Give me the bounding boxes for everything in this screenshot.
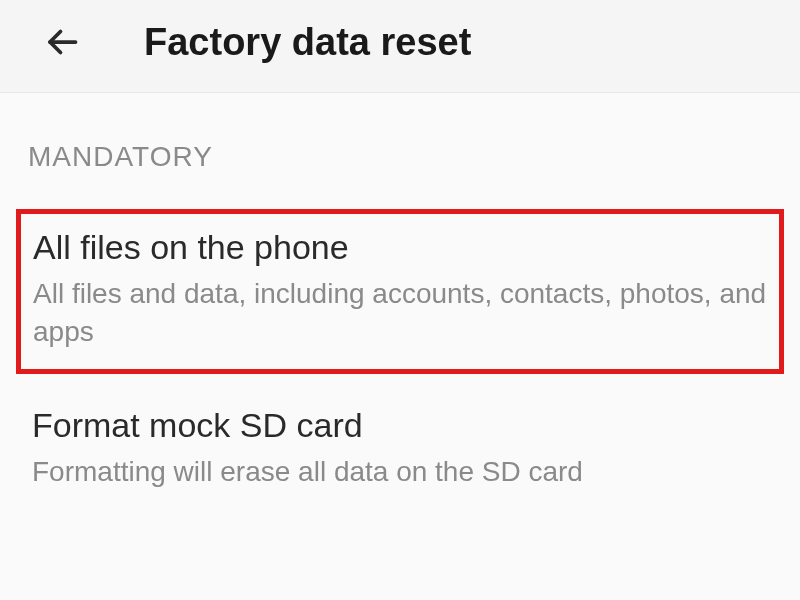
- option-format-sd[interactable]: Format mock SD card Formatting will eras…: [28, 392, 772, 509]
- option-title: Format mock SD card: [32, 406, 768, 445]
- option-all-files[interactable]: All files on the phone All files and dat…: [16, 209, 784, 374]
- app-header: Factory data reset: [0, 0, 800, 93]
- option-description: All files and data, including accounts, …: [33, 275, 767, 351]
- arrow-left-icon: [44, 24, 80, 60]
- option-description: Formatting will erase all data on the SD…: [32, 453, 768, 491]
- option-title: All files on the phone: [33, 228, 767, 267]
- content-area: MANDATORY All files on the phone All fil…: [0, 93, 800, 508]
- back-button[interactable]: [40, 20, 84, 64]
- page-title: Factory data reset: [144, 21, 471, 64]
- section-label: MANDATORY: [28, 141, 772, 173]
